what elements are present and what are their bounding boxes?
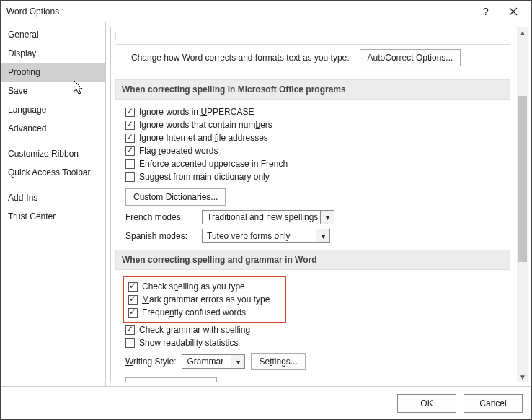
nav-proofing[interactable]: Proofing <box>1 63 105 82</box>
content-panel: Change how Word corrects and formats tex… <box>110 27 515 382</box>
check-main-dict-only[interactable] <box>125 172 135 182</box>
check-ignore-numbers-label: Ignore words that contain numbers <box>139 120 272 130</box>
autocorrect-description: Change how Word corrects and formats tex… <box>131 53 350 63</box>
check-grammar-with-spelling-label: Check grammar with spelling <box>139 325 250 335</box>
custom-dictionaries-button[interactable]: Custom Dictionaries... <box>125 188 226 206</box>
vertical-scrollbar[interactable]: ▲ ▼ <box>517 27 528 382</box>
chevron-down-icon: ▾ <box>231 355 244 368</box>
check-spelling-as-you-type-label: Check spelling as you type <box>142 281 245 292</box>
check-spelling-as-you-type[interactable] <box>128 282 138 292</box>
close-button[interactable] <box>500 1 527 22</box>
nav-add-ins[interactable]: Add-Ins <box>1 188 105 207</box>
cancel-button[interactable]: Cancel <box>464 394 523 413</box>
title-bar: Word Options ? <box>1 1 531 23</box>
nav-trust-center[interactable]: Trust Center <box>1 207 105 226</box>
chevron-down-icon: ▾ <box>316 229 329 242</box>
check-ignore-urls-label: Ignore Internet and file addresses <box>139 133 268 143</box>
section-word-spelling-header: When correcting spelling and grammar in … <box>115 250 510 270</box>
nav-language[interactable]: Language <box>1 100 105 119</box>
dialog-footer: OK Cancel <box>1 386 531 419</box>
check-ignore-uppercase-label: Ignore words in UPPERCASE <box>139 107 254 117</box>
spanish-modes-select[interactable]: Tuteo verb forms only ▾ <box>202 229 330 243</box>
check-grammar-errors[interactable] <box>128 295 138 305</box>
spanish-modes-label: Spanish modes: <box>125 231 196 241</box>
word-options-dialog: Word Options ? General Display Proofing … <box>0 0 532 420</box>
writing-style-label: Writing Style: <box>125 356 176 367</box>
nav-save[interactable]: Save <box>1 82 105 100</box>
check-enforce-accented[interactable] <box>125 159 135 169</box>
writing-style-select[interactable]: Grammar ▾ <box>182 354 245 369</box>
check-flag-repeated-label: Flag repeated words <box>139 146 218 156</box>
nav-general[interactable]: General <box>1 25 105 44</box>
recheck-document-button[interactable]: Recheck Document <box>125 377 217 382</box>
nav-customize-ribbon[interactable]: Customize Ribbon <box>1 144 105 163</box>
scroll-down-icon[interactable]: ▼ <box>517 371 528 382</box>
ok-button[interactable]: OK <box>397 394 456 413</box>
highlighted-group: Check spelling as you type Mark grammar … <box>123 276 286 323</box>
scroll-up-icon[interactable]: ▲ <box>517 27 528 38</box>
nav-quick-access[interactable]: Quick Access Toolbar <box>1 163 105 182</box>
check-ignore-urls[interactable] <box>125 134 135 143</box>
check-flag-repeated[interactable] <box>125 146 135 156</box>
settings-button[interactable]: Settings... <box>251 353 305 370</box>
check-grammar-errors-label: Mark grammar errors as you type <box>142 294 270 305</box>
check-readability[interactable] <box>125 338 135 348</box>
scroll-thumb[interactable] <box>518 96 527 262</box>
help-button[interactable]: ? <box>472 1 500 22</box>
categories-sidebar: General Display Proofing Save Language A… <box>1 22 106 387</box>
check-confused-words-label: Frequently confused words <box>142 307 246 318</box>
check-ignore-uppercase[interactable] <box>125 108 135 117</box>
autocorrect-options-button[interactable]: AutoCorrect Options... <box>360 49 461 66</box>
check-grammar-with-spelling[interactable] <box>125 325 135 335</box>
nav-advanced[interactable]: Advanced <box>1 119 105 138</box>
check-ignore-numbers[interactable] <box>125 121 135 130</box>
check-main-dict-only-label: Suggest from main dictionary only <box>139 172 270 182</box>
chevron-down-icon: ▾ <box>320 211 334 224</box>
french-modes-select[interactable]: Traditional and new spellings ▾ <box>202 210 334 224</box>
check-confused-words[interactable] <box>128 308 138 318</box>
section-office-spelling-header: When correcting spelling in Microsoft Of… <box>115 79 510 100</box>
window-title: Word Options <box>6 1 472 22</box>
check-readability-label: Show readability statistics <box>139 338 238 348</box>
french-modes-label: French modes: <box>125 212 196 222</box>
nav-display[interactable]: Display <box>1 44 105 63</box>
check-enforce-accented-label: Enforce accented uppercase in French <box>139 159 288 169</box>
